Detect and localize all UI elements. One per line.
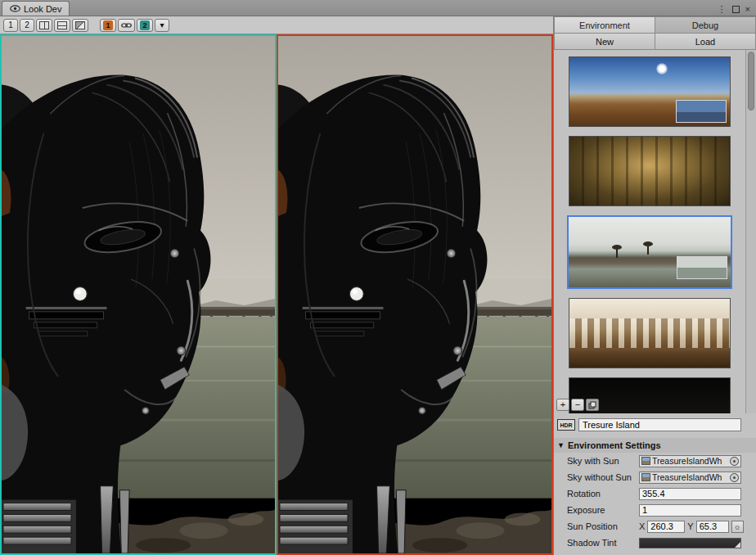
single1-label: 1 <box>8 20 13 29</box>
sky-without-sun-value: TreasureIslandWh <box>652 472 728 482</box>
environment-settings-title: Environment Settings <box>568 440 661 450</box>
chevron-down-icon: ▾ <box>160 20 164 29</box>
camera2-chip: 2 <box>140 20 150 30</box>
hdri-thumbnail-church[interactable] <box>569 298 731 368</box>
zone-split-icon <box>75 21 85 29</box>
view-mode-zone-button[interactable] <box>72 19 88 32</box>
tab-debug[interactable]: Debug <box>655 16 756 34</box>
render-view-2[interactable] <box>277 34 553 555</box>
palm-tree-icon <box>647 245 649 255</box>
window-title: Look Dev <box>24 4 61 14</box>
camera1-chip: 1 <box>103 20 113 30</box>
sun-glow-icon <box>656 63 668 74</box>
single2-label: 2 <box>25 20 29 29</box>
hdri-thumbnail-desert-sun[interactable] <box>569 56 731 127</box>
duplicate-hdri-button[interactable] <box>586 399 599 411</box>
new-button-label: New <box>596 37 614 47</box>
render-view-1[interactable] <box>0 34 277 555</box>
scrollbar-thumb[interactable] <box>748 52 754 111</box>
sun-position-picker-button[interactable]: ☼ <box>731 521 744 533</box>
hdri-name-input[interactable] <box>578 418 741 431</box>
camera2-button[interactable]: 2 <box>137 19 153 32</box>
sky-with-sun-object-field[interactable]: TreasureIslandWh <box>639 455 741 467</box>
sky-with-sun-value: TreasureIslandWh <box>652 456 728 466</box>
hdri-list: + − <box>554 50 756 413</box>
panel-actions: New Load <box>554 34 756 50</box>
window-tab-lookdev[interactable]: Look Dev <box>2 1 70 16</box>
view-mode-sidebyside-button[interactable] <box>36 19 52 32</box>
lookdev-toolbar: 1 2 1 2 ▾ <box>0 16 553 34</box>
texture-preview-icon <box>641 473 650 481</box>
load-button[interactable]: Load <box>655 34 756 50</box>
hdri-thumbnail-treasure-island[interactable] <box>567 215 732 289</box>
view-mode-single2-button[interactable]: 2 <box>20 19 34 32</box>
thumbnail-inset-preview <box>677 256 727 279</box>
hdri-list-toolbar: + − <box>556 399 599 411</box>
view-mode-single1-button[interactable]: 1 <box>3 19 18 32</box>
sky-without-sun-label: Sky without Sun <box>567 472 639 482</box>
tab-environment-label: Environment <box>579 20 630 30</box>
church-columns-texture <box>569 318 730 349</box>
sky-without-sun-object-field[interactable]: TreasureIslandWh <box>639 472 741 484</box>
list-scrollbar[interactable] <box>745 50 756 413</box>
remove-hdri-button[interactable]: − <box>571 399 584 411</box>
menu-icon[interactable]: ⋮ <box>718 5 727 13</box>
environment-settings-header[interactable]: ▼ Environment Settings <box>554 438 756 453</box>
setting-row-sky-with-sun: Sky with Sun TreasureIslandWh <box>554 453 756 469</box>
shadow-tint-label: Shadow Tint <box>567 538 639 548</box>
sky-with-sun-label: Sky with Sun <box>567 456 639 466</box>
tab-environment[interactable]: Environment <box>554 16 655 34</box>
tab-debug-label: Debug <box>692 20 718 30</box>
eye-icon <box>10 5 20 12</box>
y-axis-label: Y <box>687 521 693 531</box>
side-by-side-icon <box>39 21 49 29</box>
hdri-thumbnail-forest[interactable] <box>569 136 731 206</box>
sun-x-input[interactable] <box>647 521 685 533</box>
main-area: 1 2 1 2 ▾ <box>0 16 756 555</box>
object-picker-icon[interactable] <box>730 473 739 482</box>
titlebar: Look Dev ⋮ × <box>0 0 756 16</box>
tree-trunks-texture <box>569 137 730 205</box>
add-hdri-button[interactable]: + <box>556 399 569 411</box>
view-mode-split-button[interactable] <box>54 19 70 32</box>
foldout-arrow-icon: ▼ <box>557 441 565 449</box>
exposure-label: Exposure <box>567 505 639 515</box>
robot-head-render-1 <box>2 36 275 553</box>
panel-tabs: Environment Debug <box>554 16 756 34</box>
link-cameras-button[interactable] <box>118 19 135 32</box>
shadow-tint-color-swatch[interactable] <box>639 538 741 548</box>
new-button[interactable]: New <box>554 34 655 50</box>
hdri-name-row: HDR <box>554 415 756 435</box>
link-icon <box>121 21 132 29</box>
x-axis-label: X <box>639 521 645 531</box>
lookdev-window: Look Dev ⋮ × 1 2 1 <box>0 0 756 555</box>
camera1-button[interactable]: 1 <box>100 19 116 32</box>
setting-row-exposure: Exposure <box>554 502 756 518</box>
rotation-input[interactable] <box>639 488 741 500</box>
setting-row-sky-without-sun: Sky without Sun TreasureIslandWh <box>554 469 756 485</box>
viewport-column: 1 2 1 2 ▾ <box>0 16 553 555</box>
robot-head-render-2 <box>278 36 551 553</box>
duplicate-icon <box>588 401 596 409</box>
color-picker-corner-icon <box>735 542 740 548</box>
exposure-input[interactable] <box>639 504 741 517</box>
rotation-label: Rotation <box>567 489 639 499</box>
close-icon[interactable]: × <box>745 5 750 13</box>
thumbnail-inset-preview <box>676 100 727 123</box>
load-button-label: Load <box>695 37 715 47</box>
texture-preview-icon <box>641 457 650 465</box>
palm-tree-icon <box>616 248 618 258</box>
sun-icon: ☼ <box>734 522 741 531</box>
sun-y-input[interactable] <box>696 521 729 533</box>
window-controls: ⋮ × <box>718 5 756 16</box>
split-screen-icon <box>57 21 67 29</box>
hdr-badge-icon: HDR <box>557 419 575 431</box>
environment-panel: Environment Debug New Load <box>553 16 756 555</box>
sun-position-label: Sun Position <box>567 521 639 531</box>
setting-row-shadow-tint: Shadow Tint <box>554 535 756 551</box>
camera-dropdown-button[interactable]: ▾ <box>155 19 169 32</box>
object-picker-icon[interactable] <box>730 457 739 466</box>
setting-row-rotation: Rotation <box>554 485 756 502</box>
maximize-icon[interactable] <box>732 6 740 13</box>
setting-row-sun-position: Sun Position X Y ☼ <box>554 518 756 535</box>
